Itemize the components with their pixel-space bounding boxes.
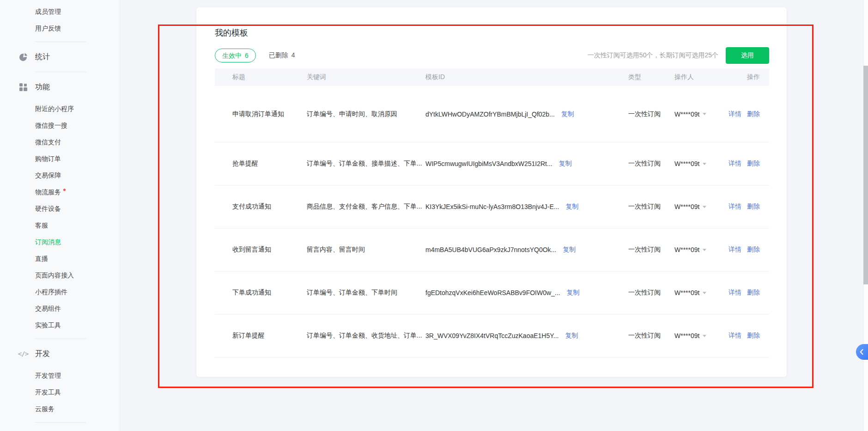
- delete-link[interactable]: 删除: [747, 246, 760, 254]
- detail-link[interactable]: 详情: [728, 203, 741, 211]
- sidebar-group-features[interactable]: 功能: [0, 77, 120, 97]
- table-row: 下单成功通知 订单编号、订单金额、下单时间 fgEDtohzqVxKei6hEe…: [215, 271, 769, 314]
- sidebar-item-logistics[interactable]: 物流服务: [0, 184, 120, 201]
- header-type: 类型: [628, 73, 674, 81]
- delete-link[interactable]: 删除: [747, 110, 760, 118]
- my-templates-card: 我的模板 生效中 6 已删除 4 一次性订阅可选用50个，长期订阅可选用25个 …: [196, 7, 787, 377]
- sidebar-item-label: 云服务: [35, 405, 55, 413]
- sidebar-item-wechat-pay[interactable]: 微信支付: [0, 134, 120, 151]
- detail-link[interactable]: 详情: [728, 246, 741, 254]
- sidebar-group-label: 统计: [35, 52, 50, 62]
- sidebar-item-label: 实验工具: [35, 321, 61, 330]
- scrollbar-thumb[interactable]: [863, 66, 868, 284]
- sidebar-item-label: 硬件设备: [35, 205, 61, 213]
- sidebar-item-plugins[interactable]: 小程序插件: [0, 284, 120, 301]
- copy-link[interactable]: 复制: [565, 332, 578, 340]
- sidebar: 成员管理 用户反馈 统计 功能 附近的小程序 微信搜一搜 微信支付 购物订单 交…: [0, 0, 120, 431]
- copy-link[interactable]: 复制: [559, 160, 572, 168]
- header-keywords: 关键词: [307, 73, 425, 81]
- sidebar-item-experiment-tools[interactable]: 实验工具: [0, 317, 120, 334]
- template-title: 收到留言通知: [232, 246, 307, 254]
- sidebar-item-wechat-search[interactable]: 微信搜一搜: [0, 117, 120, 134]
- sidebar-item-label: 小程序插件: [35, 288, 67, 296]
- sidebar-item-members[interactable]: 成员管理: [0, 4, 120, 20]
- tab-active-templates[interactable]: 生效中 6: [215, 49, 256, 62]
- delete-link[interactable]: 删除: [747, 332, 760, 340]
- sidebar-item-label: 开发工具: [35, 388, 61, 397]
- copy-link[interactable]: 复制: [567, 289, 580, 297]
- sidebar-item-customer-service[interactable]: 客服: [0, 217, 120, 234]
- main-content: 我的模板 生效中 6 已删除 4 一次性订阅可选用50个，长期订阅可选用25个 …: [121, 0, 863, 431]
- detail-link[interactable]: 详情: [728, 332, 741, 340]
- copy-link[interactable]: 复制: [565, 203, 578, 211]
- sidebar-item-label: 客服: [35, 222, 48, 230]
- table-header: 标题 关键词 模板ID 类型 操作人 操作: [215, 68, 769, 86]
- detail-link[interactable]: 详情: [728, 289, 741, 297]
- chevron-down-icon[interactable]: [703, 292, 706, 294]
- template-keywords: 订单编号、订单金额、收货地址、订单...: [307, 332, 425, 340]
- sidebar-item-dev-management[interactable]: 开发管理: [0, 368, 120, 384]
- sidebar-item-label: 物流服务: [35, 188, 61, 197]
- sidebar-item-subscribe-message[interactable]: 订阅消息: [0, 234, 120, 251]
- sidebar-group-label: 功能: [35, 82, 50, 92]
- sidebar-item-page-content[interactable]: 页面内容接入: [0, 267, 120, 284]
- sidebar-item-live[interactable]: 直播: [0, 251, 120, 267]
- sidebar-item-label: 微信支付: [35, 138, 61, 147]
- chevron-down-icon[interactable]: [703, 206, 706, 208]
- notification-dot: [63, 189, 66, 191]
- template-id: dYtkLWHwODyAMZOfrYBmBMjbLjI_Qf02b...: [425, 111, 555, 118]
- detail-link[interactable]: 详情: [728, 110, 741, 118]
- templates-toolbar: 生效中 6 已删除 4 一次性订阅可选用50个，长期订阅可选用25个 选用: [215, 47, 769, 64]
- sidebar-item-shopping-orders[interactable]: 购物订单: [0, 151, 120, 167]
- quota-hint: 一次性订阅可选用50个，长期订阅可选用25个: [588, 51, 718, 60]
- copy-link[interactable]: 复制: [563, 246, 576, 254]
- tab-label: 生效中: [222, 49, 242, 62]
- chevron-down-icon[interactable]: [703, 249, 706, 251]
- delete-link[interactable]: 删除: [747, 203, 760, 211]
- operator-name: W****09t: [674, 332, 699, 339]
- operator-name: W****09t: [674, 160, 699, 167]
- page-title: 我的模板: [215, 27, 769, 39]
- template-type: 一次性订阅: [628, 289, 674, 297]
- detail-link[interactable]: 详情: [728, 160, 741, 168]
- chevron-down-icon[interactable]: [703, 113, 706, 115]
- tab-count: 6: [245, 49, 249, 62]
- sidebar-item-label: 订阅消息: [35, 238, 61, 246]
- sidebar-item-feedback[interactable]: 用户反馈: [0, 20, 120, 37]
- tab-deleted-templates[interactable]: 已删除 4: [269, 51, 295, 60]
- sidebar-divider: [35, 422, 86, 423]
- collapse-panel-button[interactable]: [856, 344, 868, 360]
- table-row: 支付成功通知 商品信息、支付金额、客户信息、下单... KI3YkJEx5ikS…: [215, 185, 769, 228]
- copy-link[interactable]: 复制: [561, 110, 574, 118]
- chevron-down-icon[interactable]: [703, 163, 706, 165]
- template-keywords: 留言内容、留言时间: [307, 246, 425, 254]
- operator-name: W****09t: [674, 111, 699, 118]
- sidebar-group-development[interactable]: </> 开发: [0, 344, 120, 364]
- sidebar-item-transaction-guarantee[interactable]: 交易保障: [0, 167, 120, 184]
- operator-name: W****09t: [674, 246, 699, 253]
- sidebar-item-label: 交易保障: [35, 172, 61, 180]
- template-type: 一次性订阅: [628, 332, 674, 340]
- select-template-button[interactable]: 选用: [726, 47, 769, 64]
- template-title: 下单成功通知: [232, 289, 307, 297]
- chevron-down-icon[interactable]: [703, 335, 706, 337]
- sidebar-item-hardware[interactable]: 硬件设备: [0, 201, 120, 217]
- delete-link[interactable]: 删除: [747, 160, 760, 168]
- template-type: 一次性订阅: [628, 246, 674, 254]
- sidebar-item-dev-tools[interactable]: 开发工具: [0, 384, 120, 401]
- sidebar-item-cloud-services[interactable]: 云服务: [0, 401, 120, 418]
- sidebar-item-nearby-miniprogram[interactable]: 附近的小程序: [0, 101, 120, 117]
- operator-name: W****09t: [674, 289, 699, 296]
- sidebar-group-statistics[interactable]: 统计: [0, 47, 120, 67]
- pie-chart-icon: [18, 52, 28, 62]
- template-keywords: 订单编号、订单金额、接单描述、下单...: [307, 160, 425, 168]
- sidebar-divider: [35, 339, 86, 339]
- delete-link[interactable]: 删除: [747, 289, 760, 297]
- grid-icon: [18, 82, 28, 92]
- sidebar-item-label: 微信搜一搜: [35, 122, 67, 130]
- sidebar-item-trade-components[interactable]: 交易组件: [0, 301, 120, 317]
- sidebar-item-label: 交易组件: [35, 305, 61, 313]
- tab-label: 已删除: [269, 51, 288, 60]
- chevron-left-icon: [860, 349, 863, 355]
- sidebar-group-label: 开发: [35, 349, 50, 359]
